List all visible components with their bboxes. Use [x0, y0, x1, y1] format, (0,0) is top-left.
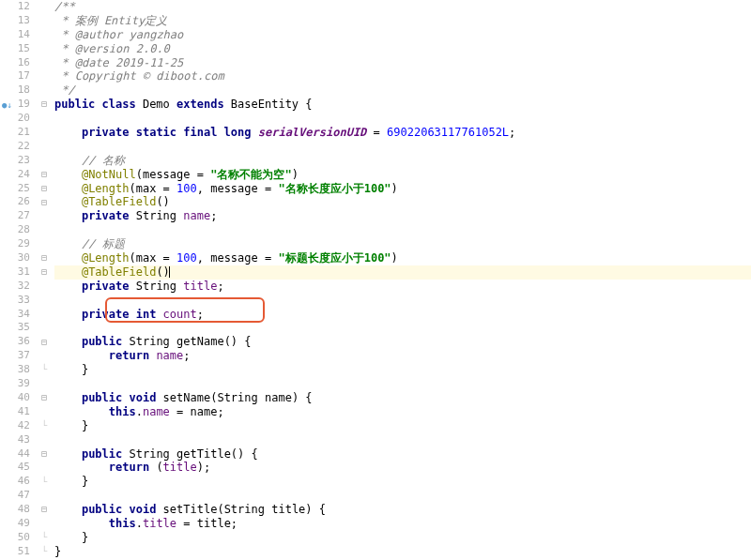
line-number[interactable]: 22	[0, 140, 30, 154]
code-line[interactable]: }	[54, 545, 751, 559]
line-number[interactable]: 28	[0, 223, 30, 237]
line-number[interactable]: 17	[0, 69, 30, 83]
fold-toggle-icon[interactable]: ⊟	[38, 336, 51, 350]
line-number[interactable]: 36	[0, 335, 30, 349]
line-number[interactable]: 15	[0, 42, 30, 56]
line-number-gutter[interactable]: 1213141516171819●↓2021222324252627282930…	[0, 0, 38, 560]
fold-toggle-icon[interactable]: ⊟	[38, 447, 51, 462]
line-number[interactable]: 25	[0, 182, 30, 196]
line-number[interactable]: 24	[0, 168, 30, 182]
line-number[interactable]: 37	[0, 349, 30, 363]
code-line[interactable]: private int count;	[54, 308, 751, 322]
code-line[interactable]: public String getName() {	[54, 335, 751, 349]
code-line[interactable]: * @date 2019-11-25	[54, 56, 751, 70]
code-line[interactable]: @Length(max = 100, message = "标题长度应小于100…	[54, 251, 751, 265]
line-number[interactable]: 14	[0, 28, 30, 42]
code-editor[interactable]: 1213141516171819●↓2021222324252627282930…	[0, 0, 751, 560]
bookmark-icon[interactable]: ●↓	[2, 98, 12, 113]
code-line[interactable]: this.name = name;	[54, 405, 751, 419]
code-line[interactable]: return name;	[54, 349, 751, 363]
line-number[interactable]: 30	[0, 251, 30, 265]
code-line[interactable]: }	[54, 363, 751, 377]
code-line[interactable]: * @author yangzhao	[54, 28, 751, 42]
code-area[interactable]: /** * 案例 Entity定义 * @author yangzhao * @…	[51, 0, 751, 560]
line-number[interactable]: 12	[0, 0, 30, 14]
token: )	[391, 182, 398, 196]
code-line[interactable]: public void setName(String name) {	[54, 391, 751, 405]
line-number[interactable]: 21	[0, 126, 30, 140]
line-number[interactable]: 13	[0, 14, 30, 28]
code-line[interactable]: this.title = title;	[54, 517, 751, 531]
code-line[interactable]: public String getTitle() {	[54, 447, 751, 462]
token: }	[54, 531, 88, 545]
code-line[interactable]	[54, 321, 751, 335]
code-line[interactable]: * @version 2.0.0	[54, 42, 751, 56]
fold-column[interactable]: ⊟⊟⊟⊟⊟⊟⊟└⊟└⊟└⊟└└	[38, 0, 51, 560]
code-line[interactable]: public class Demo extends BaseEntity {	[54, 98, 751, 112]
line-number[interactable]: 18	[0, 83, 30, 98]
line-number[interactable]: 16	[0, 56, 30, 70]
fold-toggle-icon[interactable]: ⊟	[38, 503, 51, 517]
code-line[interactable]: private String name;	[54, 209, 751, 223]
code-line[interactable]: * 案例 Entity定义	[54, 14, 751, 28]
code-line[interactable]: // 名称	[54, 154, 751, 168]
fold-toggle-icon[interactable]: ⊟	[38, 391, 51, 405]
line-number[interactable]: 31	[0, 265, 30, 280]
line-number[interactable]: 20	[0, 112, 30, 126]
line-number[interactable]: 33	[0, 294, 30, 308]
code-line[interactable]: }	[54, 531, 751, 545]
code-line[interactable]	[54, 223, 751, 237]
code-line[interactable]: @NotNull(message = "名称不能为空")	[54, 168, 751, 182]
line-number[interactable]: 50	[0, 531, 30, 545]
code-line[interactable]	[54, 377, 751, 391]
code-line[interactable]: }	[54, 419, 751, 433]
code-line[interactable]: @TableField()	[54, 195, 751, 209]
line-number[interactable]: 32	[0, 280, 30, 294]
code-line[interactable]	[54, 433, 751, 447]
line-number[interactable]: 46	[0, 475, 30, 489]
code-line[interactable]: */	[54, 83, 751, 98]
line-number[interactable]: 39	[0, 377, 30, 391]
token: 6902206311776105	[387, 126, 496, 140]
code-line[interactable]: private static final long serialVersionU…	[54, 126, 751, 140]
fold-toggle-icon[interactable]: ⊟	[38, 182, 51, 196]
line-number[interactable]: 51	[0, 545, 30, 559]
code-line[interactable]: // 标题	[54, 237, 751, 251]
token	[54, 209, 82, 223]
code-line[interactable]: @TableField()	[54, 265, 751, 280]
line-number[interactable]: 42	[0, 419, 30, 433]
code-line[interactable]: private String title;	[54, 280, 751, 294]
line-number[interactable]: 41	[0, 405, 30, 419]
fold-toggle-icon[interactable]: ⊟	[38, 251, 51, 265]
fold-toggle-icon[interactable]: ⊟	[38, 196, 51, 210]
token: 2019-11-25	[109, 56, 183, 70]
fold-toggle-icon[interactable]: ⊟	[38, 168, 51, 182]
line-number[interactable]: 27	[0, 209, 30, 223]
fold-toggle-icon[interactable]: ⊟	[38, 265, 51, 280]
token: serialVersionUID	[258, 126, 367, 140]
code-line[interactable]: public void setTitle(String title) {	[54, 503, 751, 517]
line-number[interactable]: 45	[0, 461, 30, 475]
line-number[interactable]: 48	[0, 503, 30, 517]
code-line[interactable]	[54, 140, 751, 154]
code-line[interactable]: * Copyright © diboot.com	[54, 69, 751, 83]
line-number[interactable]: 29	[0, 237, 30, 251]
line-number[interactable]: 26	[0, 195, 30, 209]
code-line[interactable]	[54, 294, 751, 308]
code-line[interactable]: }	[54, 475, 751, 489]
code-line[interactable]	[54, 112, 751, 126]
line-number[interactable]: 38	[0, 363, 30, 377]
line-number[interactable]: 44	[0, 447, 30, 462]
line-number[interactable]: 35	[0, 321, 30, 335]
line-number[interactable]: 43	[0, 433, 30, 447]
line-number[interactable]: 40	[0, 391, 30, 405]
fold-toggle-icon[interactable]: ⊟	[38, 98, 51, 112]
code-line[interactable]: @Length(max = 100, message = "名称长度应小于100…	[54, 182, 751, 196]
code-line[interactable]: return (title);	[54, 461, 751, 475]
code-line[interactable]: /**	[54, 0, 751, 14]
line-number[interactable]: 23	[0, 154, 30, 168]
code-line[interactable]	[54, 489, 751, 503]
line-number[interactable]: 47	[0, 489, 30, 503]
line-number[interactable]: 34	[0, 308, 30, 322]
line-number[interactable]: 49	[0, 517, 30, 531]
